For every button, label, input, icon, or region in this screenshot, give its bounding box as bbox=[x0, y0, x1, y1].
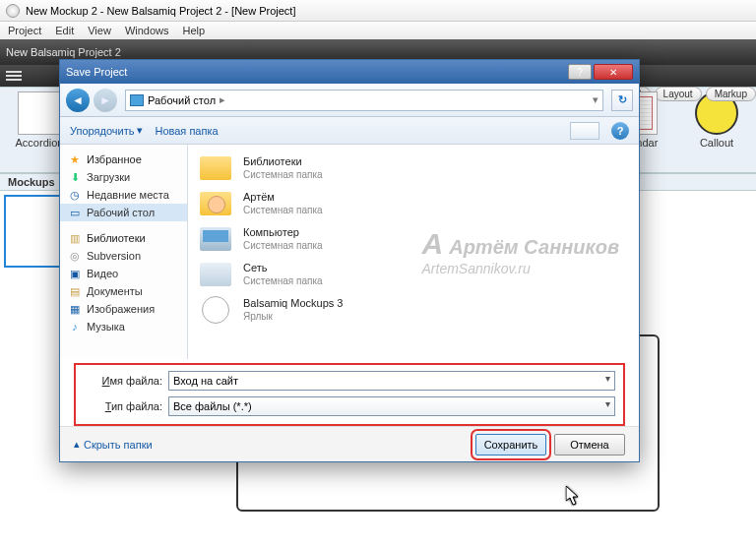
help-icon[interactable]: ? bbox=[611, 122, 629, 140]
library-icon: ▥ bbox=[68, 231, 82, 245]
hamburger-icon[interactable] bbox=[6, 71, 22, 81]
gallery-callout-label: Callout bbox=[700, 137, 733, 149]
close-button[interactable]: ✕ bbox=[594, 64, 633, 80]
menu-windows[interactable]: Windows bbox=[125, 25, 169, 36]
sidebar-item-documents[interactable]: ▤Документы bbox=[60, 282, 187, 300]
sidebar-item-subversion[interactable]: ◎Subversion bbox=[60, 247, 187, 265]
help-button[interactable]: ? bbox=[568, 64, 592, 80]
file-list[interactable]: БиблиотекиСистемная папка АртёмСистемная… bbox=[188, 145, 639, 359]
star-icon: ★ bbox=[68, 152, 82, 166]
cancel-button[interactable]: Отмена bbox=[554, 434, 625, 455]
desktop-icon: ▭ bbox=[68, 206, 82, 219]
computer-icon bbox=[200, 227, 231, 251]
mockup-thumb[interactable] bbox=[4, 195, 63, 268]
sidebar: ★Избранное ⬇Загрузки ◷Недавние места ▭Ра… bbox=[60, 145, 188, 359]
refresh-button[interactable]: ↻ bbox=[611, 90, 633, 111]
network-icon bbox=[200, 263, 231, 286]
file-item-balsamiq[interactable]: Balsamiq Mockups 3Ярлык bbox=[198, 292, 629, 328]
breadcrumb-desktop[interactable]: Рабочий стол bbox=[148, 94, 216, 106]
file-item-libraries[interactable]: БиблиотекиСистемная папка bbox=[198, 151, 629, 186]
dialog-titlebar[interactable]: Save Project ? ✕ bbox=[60, 60, 639, 84]
sidebar-item-video[interactable]: ▣Видео bbox=[60, 265, 187, 282]
dialog-toolbar: Упорядочить ▾ Новая папка ? bbox=[60, 117, 639, 145]
dialog-footer: ▴Скрыть папки Сохранить Отмена bbox=[60, 426, 639, 461]
gallery-accordion-label: Accordion bbox=[16, 137, 64, 149]
dialog-navbar: ◄ ► Рабочий стол ▸ ▾ ↻ bbox=[60, 84, 639, 117]
user-folder-icon bbox=[200, 192, 231, 215]
filetype-combo[interactable] bbox=[168, 396, 615, 416]
save-button[interactable]: Сохранить bbox=[475, 434, 546, 455]
sidebar-item-images[interactable]: ▦Изображения bbox=[60, 300, 187, 318]
new-folder-button[interactable]: Новая папка bbox=[155, 125, 218, 137]
chevron-down-icon: ▾ bbox=[137, 124, 143, 137]
chevron-up-icon: ▴ bbox=[74, 438, 80, 451]
chevron-down-icon[interactable]: ▾ bbox=[593, 93, 598, 106]
gallery-callout[interactable]: Callout bbox=[683, 91, 750, 172]
filename-input[interactable] bbox=[168, 371, 615, 391]
images-icon: ▦ bbox=[68, 302, 82, 316]
menu-project[interactable]: Project bbox=[8, 25, 41, 36]
video-icon: ▣ bbox=[68, 267, 82, 280]
filetype-label: Тип файла: bbox=[84, 400, 162, 412]
sidebar-item-downloads[interactable]: ⬇Загрузки bbox=[60, 168, 187, 186]
menu-help[interactable]: Help bbox=[183, 25, 206, 36]
dialog-title: Save Project bbox=[66, 66, 127, 78]
file-item-user[interactable]: АртёмСистемная папка bbox=[198, 186, 629, 221]
save-dialog: Save Project ? ✕ ◄ ► Рабочий стол ▸ ▾ ↻ … bbox=[59, 59, 640, 462]
sidebar-favorites[interactable]: ★Избранное bbox=[60, 151, 187, 168]
file-item-computer[interactable]: КомпьютерСистемная папка bbox=[198, 221, 629, 257]
accordion-icon bbox=[18, 91, 61, 135]
sidebar-item-music[interactable]: ♪Музыка bbox=[60, 318, 187, 335]
shortcut-icon bbox=[202, 296, 229, 324]
file-fields: Имя файла: Тип файла: bbox=[74, 363, 625, 426]
organize-menu[interactable]: Упорядочить ▾ bbox=[70, 124, 143, 137]
desktop-icon bbox=[130, 94, 144, 106]
app-titlebar: New Mockup 2 - New Balsamiq Project 2 - … bbox=[0, 0, 756, 22]
menu-view[interactable]: View bbox=[88, 25, 111, 36]
documents-icon: ▤ bbox=[68, 284, 82, 298]
ribbon-markup[interactable]: Markup bbox=[706, 87, 756, 101]
sidebar-item-desktop[interactable]: ▭Рабочий стол bbox=[60, 204, 187, 221]
file-item-network[interactable]: СетьСистемная папка bbox=[198, 257, 629, 292]
folder-icon bbox=[200, 156, 231, 180]
project-tab[interactable]: New Balsamiq Project 2 bbox=[6, 46, 121, 58]
hide-folders-link[interactable]: ▴Скрыть папки bbox=[74, 438, 153, 451]
ribbon-layout[interactable]: Layout bbox=[655, 87, 702, 101]
download-icon: ⬇ bbox=[68, 170, 82, 184]
subversion-icon: ◎ bbox=[68, 249, 82, 263]
sidebar-item-recent[interactable]: ◷Недавние места bbox=[60, 186, 187, 204]
music-icon: ♪ bbox=[68, 320, 82, 334]
filename-label: Имя файла: bbox=[84, 375, 162, 387]
app-menubar[interactable]: Project Edit View Windows Help bbox=[0, 22, 756, 39]
app-title: New Mockup 2 - New Balsamiq Project 2 - … bbox=[26, 5, 295, 17]
nav-forward-icon: ► bbox=[94, 89, 117, 112]
recent-icon: ◷ bbox=[68, 188, 82, 202]
app-icon bbox=[6, 4, 20, 18]
chevron-right-icon[interactable]: ▸ bbox=[220, 93, 225, 106]
view-options-button[interactable] bbox=[570, 122, 599, 140]
window-controls: ? ✕ bbox=[568, 64, 633, 80]
nav-back-icon[interactable]: ◄ bbox=[66, 89, 90, 112]
sidebar-libraries[interactable]: ▥Библиотеки bbox=[60, 229, 187, 247]
breadcrumb[interactable]: Рабочий стол ▸ ▾ bbox=[125, 90, 603, 111]
menu-edit[interactable]: Edit bbox=[55, 25, 74, 36]
